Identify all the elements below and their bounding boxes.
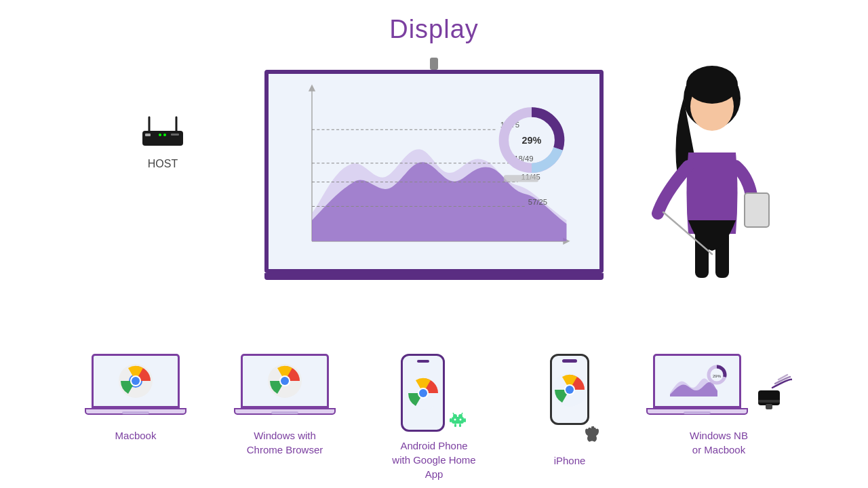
iphone-notch (562, 359, 577, 363)
svg-rect-43 (452, 417, 464, 424)
windows-screen (241, 354, 329, 408)
svg-rect-45 (464, 418, 466, 422)
upper-section: HOST (0, 44, 868, 336)
device-android: Android Phonewith Google HomeApp (380, 354, 488, 481)
svg-text:29%: 29% (522, 135, 542, 146)
apple-icon (584, 426, 601, 444)
svg-rect-44 (450, 418, 452, 422)
svg-rect-1 (145, 134, 151, 136)
svg-point-3 (163, 134, 166, 136)
devices-section: Macbook Windows withChrome Browser (0, 354, 868, 481)
svg-point-2 (159, 134, 161, 136)
nb-laptop: 29% (646, 354, 748, 422)
device-windows-chrome: Windows withChrome Browser (231, 354, 339, 457)
macbook-screen (92, 354, 180, 408)
svg-rect-47 (459, 424, 461, 427)
router-icon (136, 112, 190, 152)
nb-screen: 29% (653, 354, 741, 408)
screen-frame: 16/75 18/49 11/45 57/25 29% (264, 70, 604, 273)
page-title: Display (0, 0, 868, 44)
host-device: HOST (136, 112, 190, 170)
chrome-logo-iphone (553, 373, 587, 407)
nb-base (646, 408, 748, 415)
screen-connector (430, 58, 438, 70)
svg-rect-62 (766, 404, 772, 409)
macbook-label: Macbook (115, 428, 157, 443)
windows-laptop (234, 354, 336, 422)
svg-point-37 (281, 377, 289, 385)
svg-point-34 (132, 377, 140, 385)
iphone-device (550, 354, 589, 425)
projector-screen: 16/75 18/49 11/45 57/25 29% (264, 58, 604, 280)
windows-chrome-label: Windows withChrome Browser (247, 428, 323, 457)
nb-mini-chart: 29% (667, 363, 728, 400)
svg-rect-23 (504, 175, 538, 182)
svg-rect-6 (171, 134, 179, 136)
svg-rect-27 (745, 193, 769, 227)
svg-text:29%: 29% (712, 374, 721, 378)
screen-bottom-bar (264, 273, 604, 280)
android-phone (401, 354, 445, 432)
device-windows-nb: 29% Windows NBor (651, 354, 787, 457)
android-icon (448, 409, 467, 428)
svg-point-40 (419, 389, 427, 397)
svg-point-26 (686, 66, 738, 104)
device-iphone: iPhone (529, 354, 610, 468)
chrome-logo-android (406, 376, 440, 410)
macbook-base (85, 408, 186, 415)
device-macbook: Macbook (81, 354, 190, 443)
presenter-figure (651, 58, 773, 329)
android-phone-wrapper (401, 354, 467, 432)
svg-rect-46 (454, 424, 456, 427)
windows-base (234, 408, 336, 415)
svg-point-50 (454, 419, 456, 421)
wifi-dongle (755, 371, 792, 412)
svg-rect-61 (758, 400, 780, 403)
svg-text:57/25: 57/25 (528, 198, 547, 206)
svg-rect-0 (142, 131, 183, 146)
svg-point-51 (460, 419, 462, 421)
wnb-wrapper: 29% (646, 354, 792, 422)
macbook-laptop (85, 354, 186, 422)
svg-rect-60 (758, 390, 780, 405)
chart-svg: 16/75 18/49 11/45 57/25 29% (269, 74, 599, 269)
android-label: Android Phonewith Google HomeApp (392, 439, 475, 481)
windows-nb-label: Windows NBor Macbook (690, 428, 748, 457)
host-label: HOST (148, 158, 178, 170)
svg-marker-9 (309, 84, 315, 91)
iphone-label: iPhone (554, 453, 586, 468)
chrome-logo-macbook (119, 364, 153, 398)
chrome-logo-windows (268, 364, 302, 398)
svg-point-54 (566, 386, 574, 394)
